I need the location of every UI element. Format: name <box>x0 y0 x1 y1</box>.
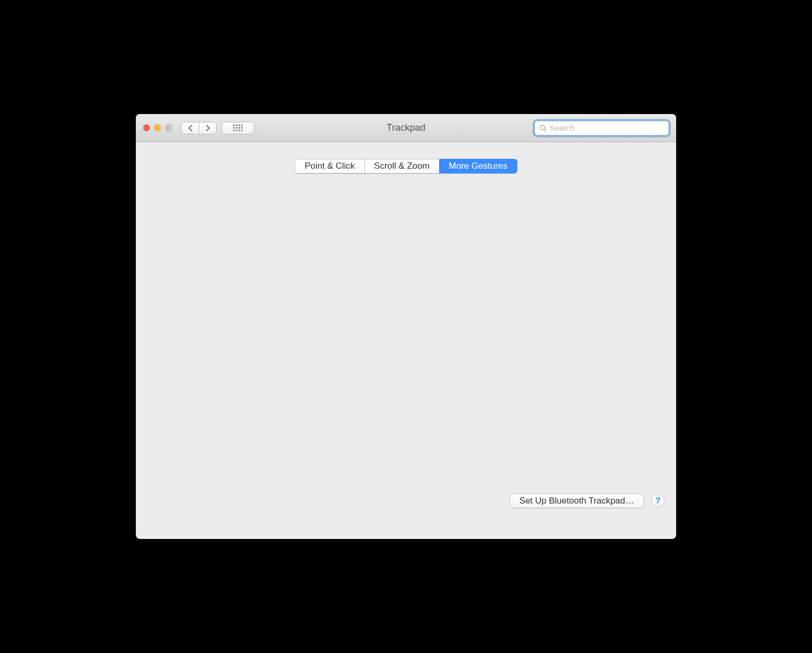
window-controls <box>143 124 172 131</box>
content-area: Point & Click Scroll & Zoom More Gesture… <box>136 142 676 539</box>
option-mission-control[interactable]: Mission Control Swipe up with four finge… <box>153 283 413 316</box>
option-swipe-pages[interactable]: Swipe between pages Scroll left or right… <box>153 184 413 217</box>
chevron-down-icon <box>303 205 308 208</box>
gesture-options-list: Swipe between pages Scroll left or right… <box>153 184 413 473</box>
grid-icon <box>233 124 243 131</box>
option-desc-menu[interactable]: Swipe up with four fingers <box>178 300 281 309</box>
option-show-desktop[interactable]: Show Desktop Spread with thumb and three… <box>153 381 413 414</box>
window-title: Trackpad <box>387 122 425 133</box>
help-button[interactable]: ? <box>651 494 665 508</box>
gesture-preview: OLD FAITHFUL SHOP <box>425 184 656 473</box>
svg-point-3 <box>594 382 603 396</box>
bluetooth-trackpad-button[interactable]: Set Up Bluetooth Trackpad… <box>510 494 644 508</box>
check-icon <box>163 392 169 397</box>
option-desc-menu[interactable]: Scroll left or right with two fingers <box>178 202 308 211</box>
option-desc: Swipe left from the right edge with two … <box>178 267 346 277</box>
back-button[interactable] <box>181 122 199 134</box>
option-notification-center[interactable]: Notification Center Swipe left from the … <box>153 250 413 283</box>
checkbox-swipe-fullscreen[interactable] <box>161 225 171 235</box>
check-icon <box>163 359 169 364</box>
navigation-buttons <box>181 122 217 134</box>
tab-scroll-zoom[interactable]: Scroll & Zoom <box>365 159 440 173</box>
footer-bar: Set Up Bluetooth Trackpad… ? <box>136 486 676 518</box>
segmented-control: Point & Click Scroll & Zoom More Gesture… <box>295 159 517 173</box>
option-title: Show Desktop <box>178 387 312 398</box>
close-window-button[interactable] <box>143 124 150 131</box>
zoom-window-button[interactable] <box>165 124 172 131</box>
option-desc: Pinch with thumb and three fingers <box>178 366 306 375</box>
checkbox-swipe-pages[interactable] <box>161 193 171 202</box>
settings-panel: Swipe between pages Scroll left or right… <box>145 166 667 486</box>
minimize-window-button[interactable] <box>154 124 161 131</box>
preview-notification-center <box>605 202 655 326</box>
preferences-window: Trackpad Point & Click Scroll & Zoom Mor… <box>136 114 676 539</box>
show-all-button[interactable] <box>222 122 254 134</box>
svg-point-0 <box>540 125 545 130</box>
checkbox-mission-control[interactable] <box>161 291 171 300</box>
checkbox-launchpad[interactable] <box>161 357 171 366</box>
option-app-expose[interactable]: App Exposé Swipe down with four fingers <box>153 316 413 348</box>
option-swipe-fullscreen[interactable]: Swipe between full-screen apps Swipe lef… <box>153 217 413 250</box>
svg-line-1 <box>544 129 547 131</box>
svg-point-2 <box>583 383 592 397</box>
option-desc: Spread with thumb and three fingers <box>178 398 312 408</box>
option-desc-menu[interactable]: Swipe left or right with four fingers <box>178 234 311 244</box>
option-title: Launchpad <box>178 355 306 366</box>
tab-bar: Point & Click Scroll & Zoom More Gesture… <box>136 159 676 173</box>
option-title: App Exposé <box>178 322 292 333</box>
forward-button[interactable] <box>199 122 217 134</box>
option-title: Swipe between full-screen apps <box>178 223 311 234</box>
preview-illustration: OLD FAITHFUL SHOP <box>425 184 656 473</box>
window-toolbar: Trackpad <box>136 114 676 142</box>
check-icon <box>163 326 169 331</box>
option-title: Swipe between pages <box>178 191 308 202</box>
check-icon <box>163 195 169 200</box>
check-icon <box>163 293 169 298</box>
chevron-down-icon <box>287 336 292 339</box>
check-icon <box>163 260 169 266</box>
chevron-down-icon <box>306 237 311 241</box>
checkbox-notification-center[interactable] <box>161 258 171 268</box>
search-field[interactable] <box>535 121 669 135</box>
option-title: Notification Center <box>178 256 346 267</box>
hand-icon <box>550 380 646 473</box>
chevron-down-icon <box>276 303 281 306</box>
checkbox-show-desktop[interactable] <box>161 390 171 399</box>
check-icon <box>163 228 169 233</box>
option-desc-menu[interactable]: Swipe down with four fingers <box>178 333 292 342</box>
chevron-right-icon <box>206 125 210 131</box>
preview-site-title: OLD FAITHFUL SHOP <box>425 193 655 212</box>
checkbox-app-expose[interactable] <box>161 324 171 333</box>
option-launchpad[interactable]: Launchpad Pinch with thumb and three fin… <box>153 348 413 381</box>
option-title: Mission Control <box>178 289 281 300</box>
chevron-left-icon <box>188 125 193 131</box>
tab-more-gestures[interactable]: More Gestures <box>439 159 517 173</box>
search-icon <box>539 124 547 132</box>
search-input[interactable] <box>550 123 664 132</box>
tab-point-click[interactable]: Point & Click <box>295 159 364 173</box>
